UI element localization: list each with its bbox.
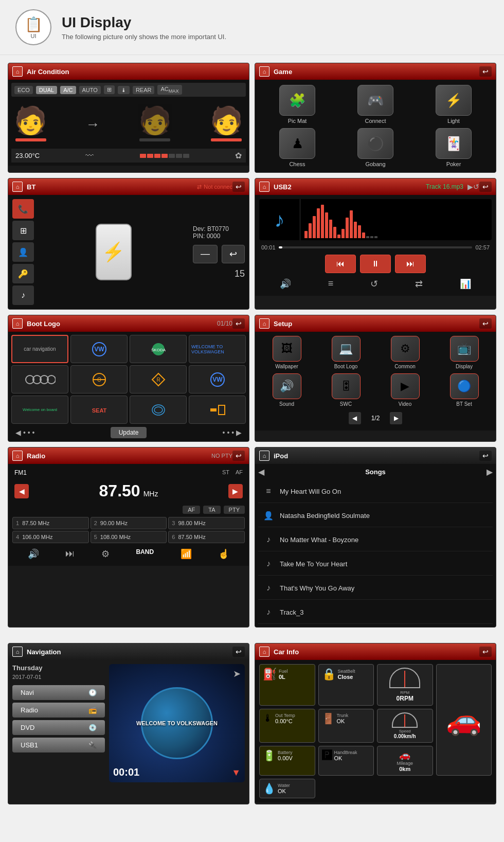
navi-back-btn[interactable]: ↩ — [232, 647, 245, 657]
radio-home-icon[interactable]: ⌂ — [12, 451, 23, 461]
ipod-song-3[interactable]: ♪ No Matter What - Boyzone — [258, 528, 493, 551]
preset-4[interactable]: 4106.00 MHz — [12, 531, 89, 543]
ac-btn-dual[interactable]: DUAL — [36, 86, 57, 94]
usb-next-btn[interactable]: ⏭ — [395, 255, 426, 273]
setup-item-btset[interactable]: 🔵 BT Set — [437, 373, 492, 407]
usb-volume-icon[interactable]: 🔊 — [280, 278, 291, 290]
usb-list-icon[interactable]: ≡ — [328, 278, 334, 290]
bt-key-btn[interactable]: 🔑 — [12, 264, 34, 283]
game-back-btn[interactable]: ↩ — [479, 66, 492, 77]
boot-back-btn[interactable]: ↩ — [232, 318, 245, 329]
boot-logo-vw3[interactable]: VW — [189, 365, 246, 393]
progress-bar[interactable] — [279, 246, 473, 248]
ipod-nav-next[interactable]: ▶ — [487, 467, 493, 477]
preset-6[interactable]: 687.50 MHz — [168, 531, 245, 543]
navi-btn-dvd[interactable]: DVD 💿 — [12, 720, 105, 735]
ac-home-icon[interactable]: ⌂ — [12, 66, 23, 77]
ac-btn-grid[interactable]: ⊞ — [104, 85, 115, 94]
setup-home-icon[interactable]: ⌂ — [259, 318, 269, 329]
usb-equalizer-icon[interactable]: 📊 — [460, 278, 471, 290]
bt-connect-btn[interactable]: — — [193, 245, 218, 263]
radio-ta-btn[interactable]: TA — [203, 506, 220, 514]
ac-btn-auto[interactable]: AUTO — [79, 86, 101, 94]
ipod-song-1[interactable]: ≡ My Heart Will Go On — [258, 480, 493, 503]
boot-logo-seat[interactable]: SEAT — [70, 396, 128, 424]
boot-logo-vw2[interactable]: WELCOME TO VOLKSWAGEN — [189, 335, 246, 363]
setup-next-page[interactable]: ▶ — [390, 412, 402, 424]
ac-btn-acmax[interactable]: ACMAX — [157, 85, 182, 95]
ipod-song-2[interactable]: 👤 Natasha Bedingfield Soulmate — [258, 504, 493, 527]
boot-nav-next[interactable]: • • • ▶ — [223, 428, 242, 437]
bt-contacts-btn[interactable]: ⊞ — [12, 221, 34, 240]
bt-music-btn[interactable]: ♪ — [12, 285, 34, 305]
preset-2[interactable]: 290.00 MHz — [91, 517, 167, 529]
setup-item-bootlogo[interactable]: 💻 Boot Logo — [318, 336, 373, 369]
ipod-back-btn[interactable]: ↩ — [479, 451, 492, 461]
bt-person-btn[interactable]: 👤 — [12, 242, 34, 262]
boot-logo-chevrolet[interactable] — [189, 396, 246, 424]
game-item-gobang[interactable]: ⚫ Gobang — [338, 128, 412, 167]
game-item-connect[interactable]: 🎮 Connect — [338, 85, 412, 124]
boot-logo-skoda[interactable]: ŠKODA — [130, 335, 187, 363]
ac-btn-eco[interactable]: ECO — [14, 86, 33, 94]
boot-logo-renault[interactable]: R — [130, 365, 187, 393]
boot-logo-vw1[interactable]: VW — [70, 335, 128, 363]
navi-btn-navi[interactable]: Navi 🕐 — [12, 685, 105, 700]
boot-logo-welcome[interactable]: Welcome on board — [11, 396, 68, 424]
radio-af-btn[interactable]: AF — [183, 506, 200, 514]
setup-item-common[interactable]: ⚙ Common — [377, 336, 433, 369]
radio-prev-btn[interactable]: ◀ — [14, 484, 29, 498]
boot-logo-carnavigation[interactable]: car navigation — [11, 335, 68, 363]
radio-band-label[interactable]: BAND — [136, 548, 154, 560]
boot-logo-opel[interactable]: O — [70, 365, 128, 393]
ac-btn-rear[interactable]: REAR — [133, 86, 155, 94]
game-home-icon[interactable]: ⌂ — [259, 66, 269, 77]
carinfo-home-icon[interactable]: ⌂ — [259, 647, 269, 657]
game-item-light[interactable]: ⚡ Light — [417, 85, 491, 124]
usb2-home-icon[interactable]: ⌂ — [259, 182, 269, 192]
boot-logo-audi[interactable] — [11, 365, 68, 393]
bt-disconnect-btn[interactable]: ↩ — [222, 245, 245, 263]
radio-settings-icon[interactable]: ⚙ — [101, 548, 110, 560]
boot-logo-buick[interactable] — [130, 396, 187, 424]
radio-volume-icon[interactable]: 🔊 — [28, 548, 39, 560]
usb-prev-btn[interactable]: ⏮ — [325, 255, 356, 273]
boot-home-icon[interactable]: ⌂ — [12, 318, 23, 329]
game-item-poker[interactable]: 🃏 Poker — [417, 128, 491, 167]
boot-nav-prev[interactable]: ◀ • • • — [15, 428, 34, 437]
ac-btn-temp[interactable]: 🌡 — [118, 86, 130, 94]
setup-back-btn[interactable]: ↩ — [479, 318, 492, 329]
radio-signal-icon[interactable]: 📶 — [181, 548, 192, 560]
ipod-song-5[interactable]: ♪ That's Why You Go Away — [258, 577, 493, 600]
radio-touch-icon[interactable]: ☝ — [218, 548, 229, 560]
usb-repeat-icon[interactable]: ↺ — [370, 278, 378, 290]
radio-back-btn[interactable]: ↩ — [232, 451, 245, 461]
ipod-song-4[interactable]: ♪ Take Me To Your Heart — [258, 552, 493, 576]
usb-pause-btn[interactable]: ⏸ — [360, 255, 391, 273]
setup-item-video[interactable]: ▶ Video — [377, 373, 433, 407]
radio-pty-btn[interactable]: PTY — [224, 506, 245, 514]
setup-prev-page[interactable]: ◀ — [349, 412, 361, 424]
navi-btn-usb1[interactable]: USB1 🔌 — [12, 738, 105, 753]
preset-3[interactable]: 398.00 MHz — [168, 517, 245, 529]
ipod-song-6[interactable]: ♪ Track_3 — [258, 601, 493, 624]
usb2-back-btn[interactable]: ↩ — [479, 182, 492, 192]
usb-shuffle-icon[interactable]: ⇄ — [415, 278, 423, 290]
bt-back-btn[interactable]: ↩ — [232, 182, 245, 192]
setup-item-wallpaper[interactable]: 🖼 Wallpaper — [259, 336, 314, 369]
update-button[interactable]: Update — [111, 427, 147, 438]
ac-btn-ac[interactable]: A/C — [60, 86, 76, 94]
setup-item-display[interactable]: 📺 Display — [437, 336, 492, 369]
game-item-chess[interactable]: ♟ Chess — [260, 128, 334, 167]
ipod-nav-prev[interactable]: ◀ — [258, 467, 264, 477]
preset-1[interactable]: 187.50 MHz — [12, 517, 89, 529]
radio-next-btn[interactable]: ▶ — [228, 484, 243, 498]
setup-item-sound[interactable]: 🔊 Sound — [259, 373, 314, 407]
bt-phone-btn[interactable]: 📞 — [12, 199, 34, 219]
ipod-home-icon[interactable]: ⌂ — [259, 451, 269, 461]
bt-home-icon[interactable]: ⌂ — [12, 182, 23, 192]
carinfo-back-btn[interactable]: ↩ — [479, 647, 492, 657]
preset-5[interactable]: 5108.00 MHz — [91, 531, 167, 543]
navi-home-icon[interactable]: ⌂ — [12, 647, 23, 657]
game-item-picmat[interactable]: 🧩 Pic Mat — [260, 85, 334, 124]
